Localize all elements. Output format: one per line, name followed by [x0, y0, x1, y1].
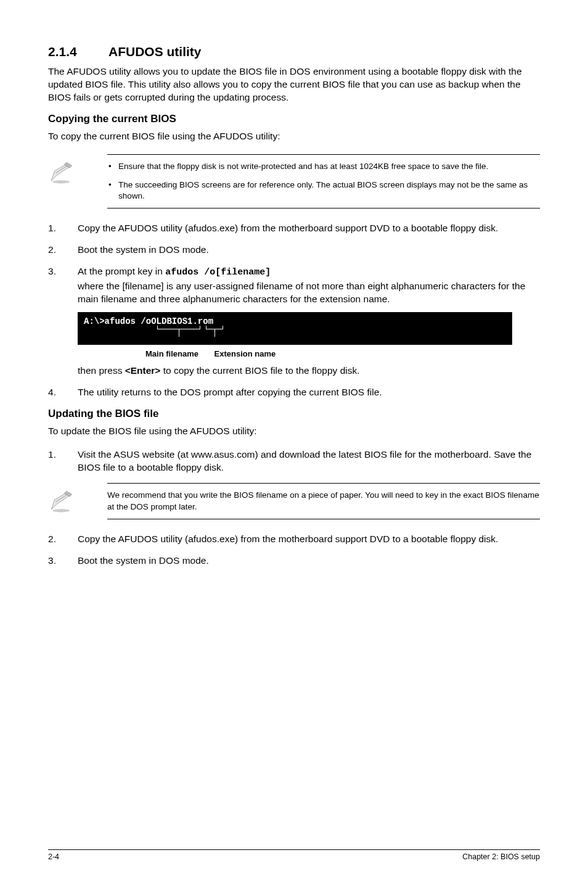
update-step-1: Visit the ASUS website (at www.asus.com)… [48, 448, 540, 474]
update-step-2: Copy the AFUDOS utility (afudos.exe) fro… [48, 533, 540, 546]
enter-key: <Enter> [125, 365, 161, 376]
step-4: The utility returns to the DOS prompt af… [48, 386, 540, 399]
step-1: Copy the AFUDOS utility (afudos.exe) fro… [48, 222, 540, 235]
terminal-example: A:\>afudos /oOLDBIOS1.rom Main filename … [78, 312, 540, 359]
pencil-icon [48, 488, 74, 516]
code-afudos: afudos /o[filename] [165, 267, 271, 278]
section-intro: The AFUDOS utility allows you to update … [48, 65, 540, 104]
updating-lead: To update the BIOS file using the AFUDOS… [48, 425, 540, 438]
section-heading: 2.1.4AFUDOS utility [48, 44, 540, 59]
note-block-updating: We recommend that you write the BIOS fil… [107, 483, 540, 519]
step-3-then: then press <Enter> to copy the current B… [78, 365, 540, 377]
note-item: Ensure that the floppy disk is not write… [107, 161, 540, 172]
chapter-label: Chapter 2: BIOS setup [462, 852, 540, 861]
note-block-copying: Ensure that the floppy disk is not write… [107, 154, 540, 209]
section-number: 2.1.4 [48, 44, 108, 59]
note-rule-bottom [107, 519, 540, 519]
label-extension-name: Extension name [214, 349, 276, 358]
pencil-icon [48, 159, 74, 188]
page-footer: 2-4 Chapter 2: BIOS setup [48, 849, 540, 861]
copying-lead: To copy the current BIOS file using the … [48, 130, 540, 143]
update-step-3: Boot the system in DOS mode. [48, 555, 540, 567]
note-item: The succeeding BIOS screens are for refe… [107, 179, 540, 202]
copying-heading: Copying the current BIOS [48, 113, 540, 125]
step-2: Boot the system in DOS mode. [48, 244, 540, 257]
svg-point-0 [52, 180, 70, 183]
terminal-text: A:\>afudos /oOLDBIOS1.rom [84, 316, 213, 326]
note-rule-bottom [107, 208, 540, 208]
page-number: 2-4 [48, 852, 59, 861]
svg-point-4 [52, 509, 70, 512]
section-title: AFUDOS utility [108, 44, 202, 59]
label-main-filename: Main filename [145, 349, 198, 358]
step-3: At the prompt key in afudos /o[filename]… [48, 265, 540, 377]
updating-heading: Updating the BIOS file [48, 408, 540, 420]
note-text: We recommend that you write the BIOS fil… [107, 484, 540, 518]
